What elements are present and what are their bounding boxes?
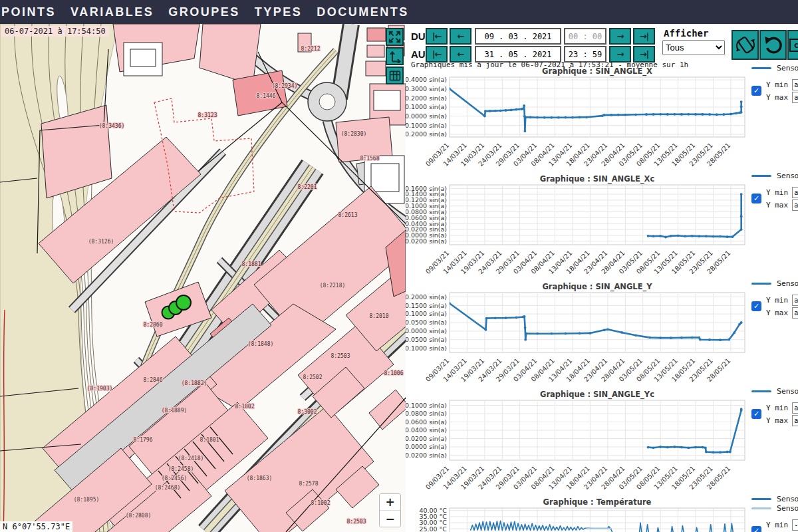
- y-min-input[interactable]: [792, 187, 798, 198]
- svg-text:0.0400 sin(a): 0.0400 sin(a): [406, 426, 447, 434]
- chart-plot: 0.1600 sin(a)0.1400 sin(a)0.1200 sin(a)0…: [406, 184, 749, 282]
- y-autoscale-checkbox[interactable]: [751, 409, 761, 419]
- svg-text:(8:3436): (8:3436): [99, 123, 125, 129]
- svg-text:8:3002: 8:3002: [298, 409, 317, 415]
- y-min-input[interactable]: [792, 519, 798, 531]
- csv-export-button[interactable]: csv: [787, 30, 798, 60]
- zoom-in-button[interactable]: +: [380, 494, 400, 510]
- svg-text:-0.1000 sin(a): -0.1000 sin(a): [406, 122, 447, 129]
- afficher-select[interactable]: Tous: [662, 40, 725, 55]
- au-label: AU: [411, 49, 426, 60]
- nav-item-types[interactable]: TYPES: [255, 5, 303, 19]
- nav-item-groupes[interactable]: GROUPES: [168, 5, 240, 19]
- map-fullscreen-button[interactable]: [386, 28, 404, 46]
- chart-side-controls: Sensor Y min Y max: [751, 64, 798, 104]
- svg-text:8:2503: 8:2503: [347, 519, 366, 525]
- y-max-label: Y max: [766, 309, 788, 317]
- map-canvas[interactable]: 8:2212(8:2934)8:14468:3123(8:2830)8:1568…: [0, 24, 406, 532]
- nav-item-points[interactable]: POINTS: [1, 5, 56, 19]
- chart-legend: Sensor: [751, 387, 798, 396]
- svg-text:0.0600 sin(a): 0.0600 sin(a): [406, 418, 447, 426]
- chart-plot: 0.2000 sin(a)0.1500 sin(a)0.1000 sin(a)0…: [406, 291, 749, 390]
- nav-item-documents[interactable]: DOCUMENTS: [317, 5, 409, 19]
- svg-text:8:2502: 8:2502: [303, 374, 323, 380]
- svg-text:8:2010: 8:2010: [370, 313, 389, 319]
- map-coordinates: N 6°07'55.73"E: [0, 521, 72, 532]
- y-max-input[interactable]: [792, 415, 798, 426]
- svg-text:(8:2456): (8:2456): [162, 475, 188, 481]
- y-max-label: Y max: [766, 201, 788, 209]
- chart-title: Graphique : Température: [450, 497, 745, 507]
- svg-text:(8:2418): (8:2418): [178, 456, 204, 462]
- svg-text:(8:2468): (8:2468): [155, 485, 181, 491]
- svg-text:-0.2000 sin(a): -0.2000 sin(a): [406, 130, 447, 138]
- rotate-view-button[interactable]: [732, 30, 759, 60]
- map-table-button[interactable]: [386, 66, 404, 84]
- svg-text:8:2613: 8:2613: [338, 212, 358, 218]
- du-date-input[interactable]: [475, 28, 561, 45]
- csv-label: csv: [789, 39, 798, 52]
- y-max-input[interactable]: [792, 200, 798, 211]
- map-view[interactable]: 8:2212(8:2934)8:14468:3123(8:2830)8:1568…: [0, 24, 406, 532]
- svg-text:(8:2808): (8:2808): [126, 513, 152, 519]
- chart-side-controls: Sensor Y min Y max: [751, 387, 798, 428]
- y-min-label: Y min: [766, 80, 788, 89]
- svg-text:(8:1895): (8:1895): [74, 497, 100, 503]
- y-autoscale-checkbox[interactable]: [751, 526, 761, 532]
- chart-sin-angle-yc: Graphique : SIN_ANGLE_Yc 0.1000 sin(a)0.…: [406, 390, 798, 497]
- svg-text:8:2846: 8:2846: [144, 377, 163, 383]
- svg-text:0.1500 sin(a): 0.1500 sin(a): [406, 302, 447, 309]
- charts-list: Graphique : SIN_ANGLE_X 0.4000 sin(a)0.3…: [406, 66, 798, 532]
- top-nav: POINTS VARIABLES GROUPES TYPES DOCUMENTS: [0, 0, 798, 24]
- undo-icon: [762, 33, 785, 58]
- svg-text:(8:1863): (8:1863): [247, 475, 273, 481]
- svg-text:8:1881: 8:1881: [242, 261, 261, 267]
- y-max-input[interactable]: [792, 307, 798, 319]
- y-min-label: Y min: [766, 296, 788, 305]
- du-time-input[interactable]: [564, 28, 606, 45]
- legend-sensor-label: Sensor: [777, 64, 798, 72]
- roundabout: [308, 82, 346, 121]
- svg-text:0.0800 sin(a): 0.0800 sin(a): [406, 410, 447, 417]
- y-min-input[interactable]: [792, 79, 798, 90]
- svg-text:0.0000 sin(a): 0.0000 sin(a): [406, 112, 447, 120]
- y-autoscale-checkbox[interactable]: [751, 194, 761, 203]
- svg-text:(8:3126): (8:3126): [88, 239, 114, 245]
- y-autoscale-checkbox[interactable]: [751, 301, 761, 311]
- du-label: DU: [411, 31, 426, 42]
- map-zoom-control: + −: [379, 493, 401, 527]
- du-step-fwd-button[interactable]: →: [609, 28, 631, 45]
- svg-text:-0.0200 sin(a): -0.0200 sin(a): [406, 452, 447, 459]
- svg-text:(8:1882): (8:1882): [182, 380, 207, 386]
- nav-item-variables[interactable]: VARIABLES: [70, 5, 154, 19]
- du-step-last-button[interactable]: →|: [633, 28, 655, 45]
- legend-swatch: [751, 175, 771, 177]
- svg-text:0.0200 sin(a): 0.0200 sin(a): [406, 435, 447, 442]
- svg-text:0.1000 sin(a): 0.1000 sin(a): [406, 310, 447, 317]
- undo-refresh-button[interactable]: [759, 30, 787, 60]
- chart-temperature: Graphique : Température 40.00 °C35.00 °C…: [406, 497, 798, 532]
- svg-text:0.2000 sin(a): 0.2000 sin(a): [406, 293, 447, 301]
- chart-plot: 40.00 °C35.00 °C30.00 °C25.00 °C20.00 °C…: [406, 507, 749, 532]
- map-axis-button[interactable]: [386, 47, 404, 65]
- chart-sin-angle-y: Graphique : SIN_ANGLE_Y 0.2000 sin(a)0.1…: [406, 282, 798, 390]
- svg-text:8:1002: 8:1002: [311, 500, 331, 506]
- y-autoscale-checkbox[interactable]: [751, 86, 761, 96]
- y-max-input[interactable]: [792, 92, 798, 103]
- chart-plot: 0.1000 sin(a)0.0800 sin(a)0.0600 sin(a)0…: [406, 399, 749, 497]
- afficher-label: Afficher: [664, 28, 708, 39]
- y-min-input[interactable]: [792, 402, 798, 414]
- y-min-label: Y min: [766, 404, 788, 412]
- legend-swatch: [751, 67, 771, 69]
- y-min-label: Y min: [766, 188, 788, 197]
- du-step-first-button[interactable]: |←: [426, 28, 448, 45]
- chart-plot: 0.4000 sin(a)0.3000 sin(a)0.2000 sin(a)0…: [406, 76, 749, 174]
- zoom-out-button[interactable]: −: [380, 510, 400, 527]
- y-min-input[interactable]: [792, 295, 798, 306]
- du-step-back-button[interactable]: ←: [450, 28, 471, 45]
- svg-text:8:1802: 8:1802: [235, 404, 255, 410]
- legend-swatch: [751, 498, 771, 500]
- chart-sin-angle-xc: Graphique : SIN_ANGLE_Xc 0.1600 sin(a)0.…: [406, 174, 798, 282]
- y-min-label: Y min: [766, 521, 788, 529]
- svg-text:8:1801: 8:1801: [200, 437, 219, 443]
